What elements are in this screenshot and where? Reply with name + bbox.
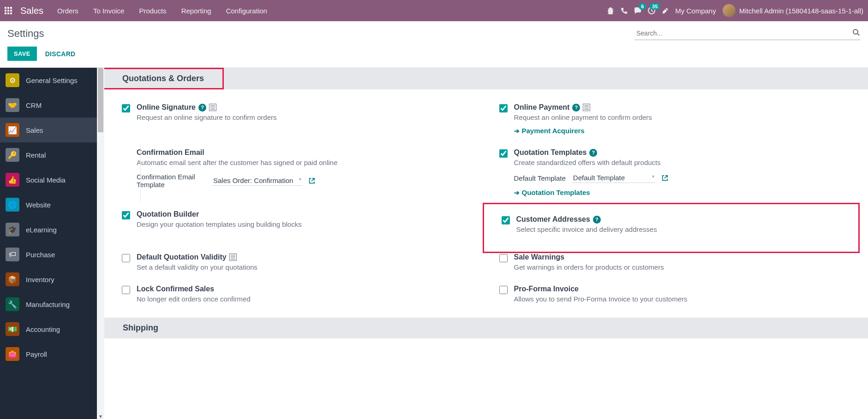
phone-icon[interactable] (621, 7, 628, 14)
checkbox-sale-warnings[interactable] (499, 254, 508, 262)
nav-link-to-invoice[interactable]: To Invoice (93, 7, 125, 15)
money-icon: 💵 (6, 322, 19, 336)
nav-link-products[interactable]: Products (139, 7, 166, 15)
scroll-down-icon[interactable]: ▼ (97, 413, 104, 419)
sidebar-item-manufacturing[interactable]: 🔧 Manufacturing (0, 292, 97, 317)
sidebar-item-rental[interactable]: 🔑 Rental (0, 142, 97, 167)
save-button[interactable]: SAVE (7, 47, 37, 61)
checkbox-quotation-templates[interactable] (499, 149, 508, 158)
tools-icon[interactable] (662, 7, 669, 14)
default-template-select[interactable]: Default Template ▾ (572, 173, 655, 183)
section-header-quotations: Quotations & Orders (104, 68, 224, 89)
checkbox-lock-confirmed[interactable] (122, 286, 130, 294)
setting-desc: No longer edit orders once confirmed (137, 295, 482, 303)
sidebar-item-general-settings[interactable]: ⚙ General Settings (0, 68, 97, 93)
gear-icon: ⚙ (6, 73, 19, 87)
sidebar-item-label: Accounting (26, 325, 60, 333)
checkbox-customer-addresses[interactable] (502, 216, 510, 224)
messages-icon[interactable]: 6 (634, 7, 641, 14)
setting-default-validity: Default Quotation Validity Set a default… (109, 249, 486, 281)
scrollbar-thumb[interactable] (98, 68, 103, 132)
chart-icon: 📈 (6, 123, 19, 137)
nav-link-configuration[interactable]: Configuration (226, 7, 267, 15)
page-title: Settings (7, 28, 44, 40)
nav-link-reporting[interactable]: Reporting (181, 7, 211, 15)
nav-link-orders[interactable]: Orders (57, 7, 78, 15)
sidebar-item-label: Manufacturing (26, 301, 70, 308)
setting-desc: Create standardized offers with default … (514, 159, 859, 166)
checkbox-quotation-builder[interactable] (122, 211, 130, 219)
highlight-box: Customer Addresses ? Select specific inv… (483, 203, 860, 253)
user-menu[interactable]: Mitchell Admin (15804148-saas-15-1-all) (723, 4, 863, 17)
discard-button[interactable]: DISCARD (45, 50, 76, 58)
setting-desc: Get warnings in orders for products or c… (514, 263, 859, 271)
sidebar-item-purchase[interactable]: 🏷 Purchase (0, 242, 97, 267)
setting-online-signature: Online Signature ? Request an online sig… (109, 100, 486, 145)
setting-desc: Request an online payment to confirm ord… (514, 113, 859, 121)
sidebar-item-label: CRM (26, 101, 42, 109)
search-box (635, 27, 861, 40)
confirmation-template-select[interactable]: Sales Order: Confirmation ▾ (212, 176, 302, 186)
arrow-right-icon: ➔ (514, 189, 520, 196)
wrench-icon: 🔧 (6, 297, 19, 311)
app-brand[interactable]: Sales (20, 6, 43, 16)
wallet-icon: 👛 (6, 347, 19, 361)
sidebar-item-payroll[interactable]: 👛 Payroll (0, 342, 97, 366)
section-header-shipping: Shipping (104, 318, 868, 338)
key-icon: 🔑 (6, 148, 19, 162)
apps-icon[interactable] (5, 7, 12, 14)
help-icon[interactable]: ? (572, 104, 580, 112)
sidebar-item-inventory[interactable]: 📦 Inventory (0, 267, 97, 292)
sidebar-item-label: Purchase (26, 251, 55, 259)
svg-point-1 (853, 30, 858, 34)
tag-icon: 🏷 (6, 248, 19, 261)
checkbox-proforma[interactable] (499, 286, 508, 294)
activities-icon[interactable]: 35 (648, 7, 655, 14)
sidebar-item-social-media[interactable]: 👍 Social Media (0, 167, 97, 192)
enterprise-icon (229, 254, 237, 261)
external-link-icon[interactable] (309, 177, 315, 184)
checkbox-online-payment[interactable] (499, 104, 508, 112)
user-name: Mitchell Admin (15804148-saas-15-1-all) (739, 7, 863, 15)
search-icon[interactable] (852, 29, 860, 36)
boxes-icon: 📦 (6, 272, 19, 286)
setting-proforma: Pro-Forma Invoice Allows you to send Pro… (486, 281, 864, 313)
setting-desc: Select specific invoice and delivery add… (516, 225, 657, 233)
setting-title: Online Signature (137, 103, 196, 112)
sidebar-item-accounting[interactable]: 💵 Accounting (0, 317, 97, 342)
sidebar-item-label: Social Media (26, 176, 66, 184)
sidebar-item-crm[interactable]: 🤝 CRM (0, 93, 97, 118)
link-quotation-templates[interactable]: ➔ Quotation Templates (514, 189, 859, 196)
setting-customer-addresses-wrapper: Customer Addresses ? Select specific inv… (486, 207, 864, 249)
checkbox-default-validity[interactable] (122, 254, 130, 262)
company-selector[interactable]: My Company (675, 7, 716, 15)
help-icon[interactable]: ? (589, 149, 597, 157)
setting-title: Confirmation Email (137, 148, 204, 157)
setting-sale-warnings: Sale Warnings Get warnings in orders for… (486, 249, 864, 281)
avatar (723, 4, 736, 17)
sidebar-item-label: Website (26, 201, 51, 209)
sidebar-item-sales[interactable]: 📈 Sales (0, 118, 97, 142)
setting-title: Lock Confirmed Sales (137, 285, 214, 293)
checkbox-online-signature[interactable] (122, 104, 130, 112)
activities-badge: 35 (650, 3, 660, 10)
setting-title: Customer Addresses (516, 215, 590, 224)
settings-sidebar: ⚙ General Settings 🤝 CRM 📈 Sales 🔑 Renta… (0, 68, 97, 419)
link-payment-acquirers[interactable]: ➔ Payment Acquirers (514, 127, 859, 135)
field-label: Default Template (514, 174, 566, 182)
search-input[interactable] (635, 27, 861, 40)
bug-icon[interactable] (607, 7, 614, 14)
sidebar-item-website[interactable]: 🌐 Website (0, 192, 97, 217)
chevron-down-icon: ▾ (299, 177, 301, 182)
external-link-icon[interactable] (662, 175, 668, 181)
enterprise-icon (583, 104, 590, 111)
nav-links: Orders To Invoice Products Reporting Con… (57, 7, 607, 15)
sidebar-scrollbar[interactable]: ▲ ▼ (97, 68, 104, 419)
help-icon[interactable]: ? (198, 104, 206, 112)
sidebar-item-label: Rental (26, 151, 46, 159)
sidebar-item-elearning[interactable]: 🎓 eLearning (0, 217, 97, 242)
setting-desc: Request an online signature to confirm o… (137, 113, 482, 121)
thumbs-up-icon: 👍 (6, 173, 19, 187)
chevron-down-icon: ▾ (652, 174, 654, 179)
help-icon[interactable]: ? (593, 216, 601, 224)
